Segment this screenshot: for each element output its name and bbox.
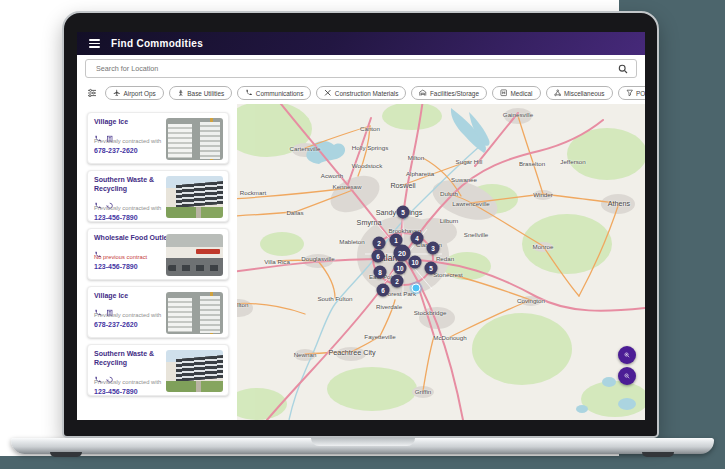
map-cluster-marker[interactable]: 10 (409, 256, 422, 269)
listing-thumbnail (166, 350, 223, 392)
listing-contract-status: No previous contract (94, 254, 174, 260)
search-input[interactable] (94, 63, 618, 74)
map-cluster-marker[interactable]: 10 (394, 262, 407, 275)
search-row (77, 55, 645, 82)
listing-contract-status: Previously contracted with (94, 312, 174, 318)
filter-chip-label: Airport Ops (124, 90, 156, 97)
map-cluster-marker[interactable]: 5 (397, 206, 410, 219)
utility-tower-icon (177, 89, 185, 97)
app-header: Find Commodities (77, 32, 645, 55)
phone-icon (94, 128, 102, 136)
listing-contract-status: Previously contracted with (94, 205, 174, 211)
map-cluster-marker[interactable]: 6 (372, 250, 385, 263)
map-cluster-marker[interactable]: 8 (374, 266, 387, 279)
laptop-screen-bezel: Find Commodities Airpor (62, 11, 659, 438)
filter-chip-construction-materials[interactable]: Construction Materials (316, 86, 406, 100)
medical-icon (500, 89, 508, 97)
map-cluster-marker[interactable]: 5 (425, 262, 438, 275)
filter-chip-facilities-storage[interactable]: Facilities/Storage (411, 86, 487, 100)
map-cluster-marker[interactable]: 2 (373, 237, 386, 250)
location-search-box[interactable] (85, 59, 637, 78)
nodes-icon (554, 89, 562, 97)
map-cluster-marker[interactable]: 6 (377, 284, 390, 297)
laptop-foot (50, 452, 82, 457)
map-cluster-marker[interactable]: 3 (427, 242, 440, 255)
filter-chip-pol[interactable]: POL (618, 86, 646, 100)
map-cluster-marker[interactable]: 2 (391, 275, 404, 288)
listing-contract-status: Previously contracted with (94, 379, 174, 385)
filter-chip-label: Construction Materials (335, 90, 399, 97)
filter-chip-airport-ops[interactable]: Airport Ops (105, 86, 164, 100)
main-content: Village Ice Previously contracted with 6… (77, 104, 645, 420)
listing-contract-status: Previously contracted with (94, 138, 174, 144)
phone-icon (94, 195, 102, 203)
filter-chip-base-utilities[interactable]: Base Utilities (169, 86, 232, 100)
tools-icon (324, 89, 332, 97)
map-zoom-out-button[interactable] (618, 367, 636, 385)
filter-chip-label: Medical (510, 90, 532, 97)
map-tiles (237, 104, 645, 420)
filter-chip-label: POL (636, 90, 645, 97)
results-sidebar: Village Ice Previously contracted with 6… (77, 104, 237, 420)
listing-name: Village Ice (94, 118, 172, 127)
filter-chip-miscellaneous[interactable]: Miscellaneous (546, 86, 613, 100)
magnifier-plus-icon (624, 350, 630, 360)
listing-name: Wholesale Food Outlet (94, 234, 172, 243)
filter-chip-label: Miscellaneous (564, 90, 605, 97)
filter-chip-label: Facilities/Storage (430, 90, 479, 97)
listing-name: Village Ice (94, 292, 172, 301)
phone-icon (94, 302, 102, 310)
phone-icon (245, 89, 253, 97)
listing-name: Southern Waste & Recycling (94, 350, 172, 368)
search-icon[interactable] (618, 64, 628, 74)
map-zoom-in-button[interactable] (618, 346, 636, 364)
filter-chip-medical[interactable]: Medical (492, 86, 541, 100)
filter-bar: Airport Ops Base Utilities Communication… (77, 82, 645, 105)
warehouse-icon (419, 89, 427, 97)
listing-card[interactable]: Wholesale Food Outlet No previous contra… (87, 228, 229, 280)
listing-thumbnail (166, 118, 223, 160)
tune-filters-icon[interactable] (87, 88, 97, 98)
map-cluster-marker[interactable]: 4 (411, 232, 424, 245)
laptop-foot (642, 452, 674, 457)
funnel-icon (626, 89, 634, 97)
recycle-icon (106, 195, 114, 203)
hamburger-menu-icon[interactable] (89, 39, 100, 48)
filter-chip-label: Base Utilities (187, 90, 224, 97)
phone-icon (94, 369, 102, 377)
backdrop-bottom-panel (0, 456, 725, 469)
listing-thumbnail (166, 176, 223, 218)
listing-card[interactable]: Village Ice Previously contracted with 6… (87, 112, 229, 164)
filter-chip-label: Communications (256, 90, 304, 97)
listing-card[interactable]: Southern Waste & Recycling Previously co… (87, 344, 229, 396)
listing-card[interactable]: Village Ice Previously contracted with 6… (87, 286, 229, 338)
plane-icon (113, 89, 121, 97)
listing-card[interactable]: Southern Waste & Recycling Previously co… (87, 170, 229, 222)
page-title: Find Commodities (111, 38, 203, 49)
magnifier-minus-icon (624, 371, 630, 381)
phone-icon (94, 244, 102, 252)
filter-chip-communications[interactable]: Communications (237, 86, 311, 100)
listing-thumbnail (166, 292, 223, 334)
map[interactable]: CartersvilleCantonHolly SpringsWoodstock… (237, 104, 645, 420)
building-icon (106, 302, 114, 310)
user-location-dot (412, 284, 421, 293)
listing-thumbnail (166, 234, 223, 276)
recycle-icon (106, 369, 114, 377)
marketing-composite: Find Commodities Airpor (0, 0, 725, 469)
building-icon (106, 128, 114, 136)
listing-name: Southern Waste & Recycling (94, 176, 172, 194)
app-window: Find Commodities Airpor (77, 32, 645, 420)
filter-chip-list: Airport Ops Base Utilities Communication… (105, 86, 645, 100)
laptop-base-notch (311, 438, 415, 446)
